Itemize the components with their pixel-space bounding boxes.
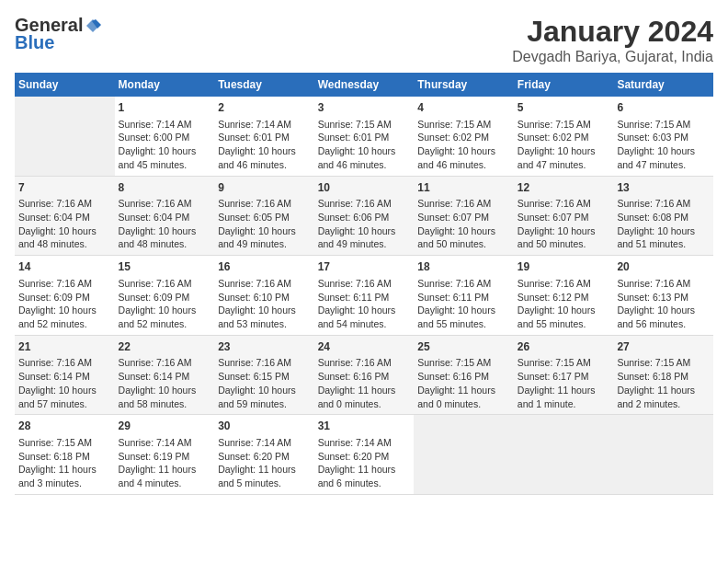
day-number: 25 <box>417 339 510 355</box>
calendar-cell: 2Sunrise: 7:14 AMSunset: 6:01 PMDaylight… <box>214 97 314 176</box>
day-info: Daylight: 10 hours <box>617 224 710 238</box>
day-info: and 46 minutes. <box>318 158 411 172</box>
calendar-cell: 18Sunrise: 7:16 AMSunset: 6:11 PMDayligh… <box>414 256 514 336</box>
day-number: 12 <box>518 180 610 196</box>
header: General Blue January 2024 Devgadh Bariya… <box>15 15 713 65</box>
day-info: and 0 minutes. <box>318 397 411 411</box>
calendar-cell: 6Sunrise: 7:15 AMSunset: 6:03 PMDaylight… <box>613 97 713 176</box>
day-number: 2 <box>218 100 311 116</box>
calendar-cell: 23Sunrise: 7:16 AMSunset: 6:15 PMDayligh… <box>214 335 314 415</box>
day-info: and 48 minutes. <box>18 237 111 251</box>
day-info: and 56 minutes. <box>617 317 710 331</box>
day-info: Sunset: 6:10 PM <box>218 291 311 304</box>
day-number: 18 <box>417 259 510 275</box>
day-info: Sunrise: 7:16 AM <box>417 197 510 211</box>
day-info: Daylight: 10 hours <box>218 224 311 238</box>
page-title: January 2024 <box>512 15 713 49</box>
day-info: Daylight: 10 hours <box>119 304 211 317</box>
day-info: Daylight: 10 hours <box>417 224 510 238</box>
day-info: Sunrise: 7:16 AM <box>119 277 211 291</box>
day-info: Daylight: 10 hours <box>518 304 610 317</box>
day-info: Daylight: 10 hours <box>617 144 710 158</box>
day-info: Sunrise: 7:15 AM <box>318 118 411 132</box>
day-info: Sunrise: 7:16 AM <box>218 277 311 291</box>
day-info: Sunset: 6:09 PM <box>119 291 211 304</box>
day-info: Sunrise: 7:16 AM <box>417 277 510 291</box>
day-info: and 57 minutes. <box>18 397 111 411</box>
day-info: Sunrise: 7:16 AM <box>617 197 710 211</box>
day-info: Sunset: 6:11 PM <box>318 291 411 304</box>
day-info: and 52 minutes. <box>18 317 111 331</box>
day-number: 15 <box>119 259 211 275</box>
day-info: Sunset: 6:04 PM <box>119 211 211 224</box>
day-info: Daylight: 10 hours <box>617 304 710 317</box>
day-info: Sunrise: 7:15 AM <box>417 118 510 132</box>
day-info: Sunset: 6:16 PM <box>417 370 510 384</box>
day-info: Sunset: 6:02 PM <box>518 131 610 144</box>
day-info: Daylight: 10 hours <box>119 144 211 158</box>
day-info: Sunrise: 7:16 AM <box>318 356 411 370</box>
day-info: Sunrise: 7:16 AM <box>119 356 211 370</box>
day-info: and 46 minutes. <box>218 158 311 172</box>
calendar-cell: 28Sunrise: 7:15 AMSunset: 6:18 PMDayligh… <box>15 415 115 495</box>
day-info: Sunrise: 7:15 AM <box>417 356 510 370</box>
day-info: Sunrise: 7:15 AM <box>518 118 610 132</box>
day-info: Sunset: 6:20 PM <box>318 450 411 464</box>
day-info: Sunset: 6:13 PM <box>617 291 710 304</box>
day-info: and 54 minutes. <box>318 317 411 331</box>
calendar-cell: 24Sunrise: 7:16 AMSunset: 6:16 PMDayligh… <box>314 335 415 415</box>
day-number: 11 <box>417 180 510 196</box>
day-info: Sunrise: 7:16 AM <box>518 277 610 291</box>
day-number: 19 <box>518 259 610 275</box>
day-info: and 52 minutes. <box>119 317 211 331</box>
calendar-cell: 19Sunrise: 7:16 AMSunset: 6:12 PMDayligh… <box>514 256 614 336</box>
calendar-cell: 26Sunrise: 7:15 AMSunset: 6:17 PMDayligh… <box>514 335 614 415</box>
day-info: Daylight: 11 hours <box>518 384 610 397</box>
day-info: and 58 minutes. <box>119 397 211 411</box>
day-info: Sunrise: 7:15 AM <box>18 436 111 450</box>
day-info: Sunset: 6:01 PM <box>218 131 311 144</box>
day-number: 7 <box>18 180 111 196</box>
day-info: and 51 minutes. <box>617 237 710 251</box>
day-number: 28 <box>18 419 111 434</box>
day-number: 22 <box>119 339 211 355</box>
header-row: SundayMondayTuesdayWednesdayThursdayFrid… <box>15 73 713 97</box>
day-info: Daylight: 10 hours <box>318 304 411 317</box>
page-subtitle: Devgadh Bariya, Gujarat, India <box>512 49 713 65</box>
calendar-cell: 10Sunrise: 7:16 AMSunset: 6:06 PMDayligh… <box>314 176 415 256</box>
day-number: 16 <box>218 259 311 275</box>
day-info: Daylight: 10 hours <box>218 304 311 317</box>
day-info: Sunrise: 7:16 AM <box>318 197 411 211</box>
day-header-sunday: Sunday <box>15 73 115 97</box>
day-info: Sunset: 6:00 PM <box>119 131 211 144</box>
day-info: Sunset: 6:19 PM <box>119 450 211 464</box>
day-info: Sunset: 6:16 PM <box>318 370 411 384</box>
day-number: 13 <box>617 180 710 196</box>
day-number: 23 <box>218 339 311 355</box>
day-number: 1 <box>119 100 211 116</box>
day-info: and 46 minutes. <box>417 158 510 172</box>
day-info: Daylight: 10 hours <box>18 224 111 238</box>
calendar-cell: 15Sunrise: 7:16 AMSunset: 6:09 PMDayligh… <box>115 256 215 336</box>
day-info: Daylight: 10 hours <box>318 224 411 238</box>
day-info: Daylight: 10 hours <box>18 304 111 317</box>
calendar-cell: 13Sunrise: 7:16 AMSunset: 6:08 PMDayligh… <box>613 176 713 256</box>
day-number: 8 <box>119 180 211 196</box>
day-info: Sunset: 6:01 PM <box>318 131 411 144</box>
day-info: Sunrise: 7:14 AM <box>119 436 211 450</box>
calendar-cell: 8Sunrise: 7:16 AMSunset: 6:04 PMDaylight… <box>115 176 215 256</box>
day-info: Sunrise: 7:16 AM <box>518 197 610 211</box>
day-info: and 55 minutes. <box>518 317 610 331</box>
day-info: and 55 minutes. <box>417 317 510 331</box>
day-info: Sunrise: 7:16 AM <box>218 197 311 211</box>
calendar-cell: 27Sunrise: 7:15 AMSunset: 6:18 PMDayligh… <box>613 335 713 415</box>
day-number: 14 <box>18 259 111 275</box>
calendar-cell <box>414 415 514 495</box>
calendar-cell: 11Sunrise: 7:16 AMSunset: 6:07 PMDayligh… <box>414 176 514 256</box>
day-info: Daylight: 11 hours <box>119 463 211 477</box>
day-info: Daylight: 11 hours <box>318 384 411 397</box>
day-info: and 48 minutes. <box>119 237 211 251</box>
day-info: and 49 minutes. <box>218 237 311 251</box>
day-info: Daylight: 10 hours <box>18 384 111 397</box>
day-info: Daylight: 10 hours <box>218 384 311 397</box>
